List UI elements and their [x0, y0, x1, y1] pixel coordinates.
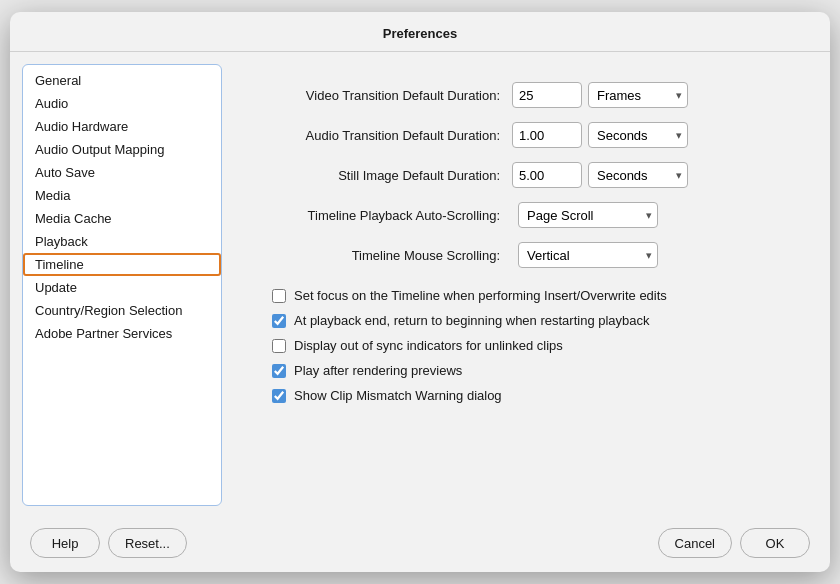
mouse-scrolling-row: Timeline Mouse Scrolling:VerticalHorizon…	[252, 242, 798, 268]
mouse-scrolling-select-wrapper: VerticalHorizontal	[518, 242, 658, 268]
sidebar-item-country/region-selection[interactable]: Country/Region Selection	[23, 299, 221, 322]
sidebar-item-update[interactable]: Update	[23, 276, 221, 299]
dialog-title: Preferences	[10, 12, 830, 52]
reset-button[interactable]: Reset...	[108, 528, 187, 558]
sidebar-item-playback[interactable]: Playback	[23, 230, 221, 253]
content-area: GeneralAudioAudio HardwareAudio Output M…	[10, 52, 830, 518]
checkbox-row-4: Show Clip Mismatch Warning dialog	[272, 388, 798, 403]
duration-select-wrapper-1: FramesSeconds	[588, 122, 688, 148]
sidebar-item-adobe-partner-services[interactable]: Adobe Partner Services	[23, 322, 221, 345]
duration-select-2[interactable]: FramesSeconds	[588, 162, 688, 188]
duration-select-wrapper-0: FramesSeconds	[588, 82, 688, 108]
cancel-button[interactable]: Cancel	[658, 528, 732, 558]
duration-row-2: Still Image Default Duration:FramesSecon…	[252, 162, 798, 188]
checkbox-label-4: Show Clip Mismatch Warning dialog	[294, 388, 502, 403]
duration-label-2: Still Image Default Duration:	[252, 168, 512, 183]
duration-row-1: Audio Transition Default Duration:Frames…	[252, 122, 798, 148]
playback-scrolling-label: Timeline Playback Auto-Scrolling:	[252, 208, 512, 223]
checkbox-label-1: At playback end, return to beginning whe…	[294, 313, 650, 328]
playback-scrolling-select-wrapper: No ScrollPage ScrollSmooth Scroll	[518, 202, 658, 228]
sidebar-item-auto-save[interactable]: Auto Save	[23, 161, 221, 184]
duration-label-0: Video Transition Default Duration:	[252, 88, 512, 103]
checkbox-2[interactable]	[272, 339, 286, 353]
sidebar: GeneralAudioAudio HardwareAudio Output M…	[22, 64, 222, 506]
duration-label-1: Audio Transition Default Duration:	[252, 128, 512, 143]
sidebar-item-timeline[interactable]: Timeline	[23, 253, 221, 276]
footer-right: Cancel OK	[658, 528, 810, 558]
checkbox-label-2: Display out of sync indicators for unlin…	[294, 338, 563, 353]
sidebar-item-general[interactable]: General	[23, 69, 221, 92]
duration-input-2[interactable]	[512, 162, 582, 188]
duration-select-1[interactable]: FramesSeconds	[588, 122, 688, 148]
footer-left: Help Reset...	[30, 528, 187, 558]
main-panel: Video Transition Default Duration:Frames…	[232, 64, 818, 506]
sidebar-item-audio-hardware[interactable]: Audio Hardware	[23, 115, 221, 138]
duration-select-wrapper-2: FramesSeconds	[588, 162, 688, 188]
duration-input-0[interactable]	[512, 82, 582, 108]
sidebar-item-audio-output-mapping[interactable]: Audio Output Mapping	[23, 138, 221, 161]
playback-scrolling-row: Timeline Playback Auto-Scrolling:No Scro…	[252, 202, 798, 228]
mouse-scrolling-select[interactable]: VerticalHorizontal	[518, 242, 658, 268]
checkbox-0[interactable]	[272, 289, 286, 303]
checkbox-1[interactable]	[272, 314, 286, 328]
preferences-dialog: Preferences GeneralAudioAudio HardwareAu…	[10, 12, 830, 572]
ok-button[interactable]: OK	[740, 528, 810, 558]
footer: Help Reset... Cancel OK	[10, 518, 830, 572]
checkbox-3[interactable]	[272, 364, 286, 378]
sidebar-item-audio[interactable]: Audio	[23, 92, 221, 115]
checkbox-label-0: Set focus on the Timeline when performin…	[294, 288, 667, 303]
duration-input-1[interactable]	[512, 122, 582, 148]
playback-scrolling-select[interactable]: No ScrollPage ScrollSmooth Scroll	[518, 202, 658, 228]
checkbox-label-3: Play after rendering previews	[294, 363, 462, 378]
checkbox-4[interactable]	[272, 389, 286, 403]
checkbox-row-1: At playback end, return to beginning whe…	[272, 313, 798, 328]
duration-select-0[interactable]: FramesSeconds	[588, 82, 688, 108]
duration-row-0: Video Transition Default Duration:Frames…	[252, 82, 798, 108]
checkbox-row-2: Display out of sync indicators for unlin…	[272, 338, 798, 353]
help-button[interactable]: Help	[30, 528, 100, 558]
mouse-scrolling-label: Timeline Mouse Scrolling:	[252, 248, 512, 263]
sidebar-item-media[interactable]: Media	[23, 184, 221, 207]
checkbox-row-0: Set focus on the Timeline when performin…	[272, 288, 798, 303]
checkbox-row-3: Play after rendering previews	[272, 363, 798, 378]
sidebar-item-media-cache[interactable]: Media Cache	[23, 207, 221, 230]
